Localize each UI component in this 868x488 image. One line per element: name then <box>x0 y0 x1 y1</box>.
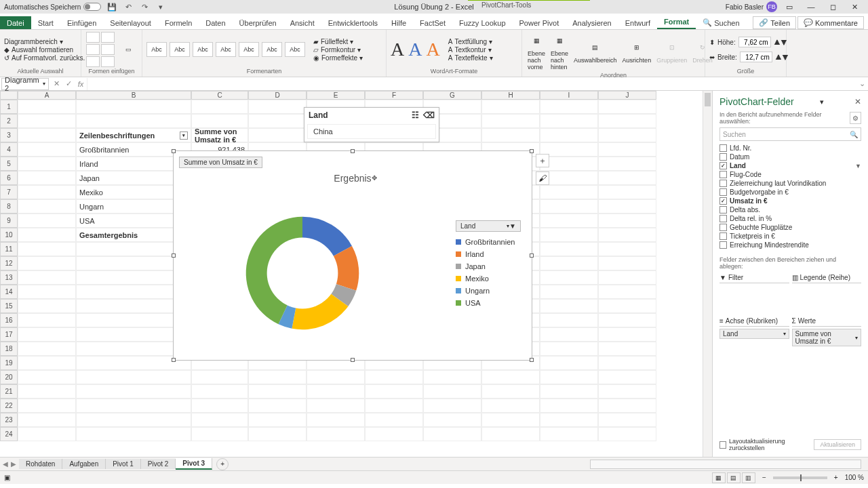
field-item[interactable]: Flug-Code <box>719 170 861 179</box>
cell[interactable]: Summe von Umsatz in € <box>191 128 248 142</box>
tab-factset[interactable]: FactSet <box>413 16 452 29</box>
cell[interactable] <box>598 185 656 199</box>
column-header[interactable]: C <box>191 91 248 100</box>
cell[interactable] <box>598 128 656 142</box>
row-header[interactable]: 6 <box>0 171 18 185</box>
cell[interactable] <box>540 370 598 384</box>
cell[interactable] <box>481 114 540 128</box>
align-button[interactable]: ⊞Ausrichten <box>621 38 653 65</box>
cell[interactable] <box>307 384 365 399</box>
row-header[interactable]: 19 <box>0 356 18 370</box>
comments-button[interactable]: 💬Kommentare <box>797 16 864 29</box>
cell[interactable] <box>540 342 598 356</box>
prev-sheet-icon[interactable]: ◀ <box>3 460 8 468</box>
cell[interactable] <box>598 142 656 157</box>
cell[interactable] <box>598 342 656 356</box>
tab-fuzzy[interactable]: Fuzzy Lookup <box>452 16 512 29</box>
values-drop-area[interactable]: Summe von Umsatz in €▾ <box>792 329 862 359</box>
cell[interactable] <box>598 427 656 441</box>
row-header[interactable]: 1 <box>0 100 18 114</box>
cell[interactable] <box>598 242 656 256</box>
cell[interactable] <box>540 384 598 399</box>
multi-select-icon[interactable]: ☷ <box>412 110 419 120</box>
cell[interactable] <box>191 413 248 427</box>
cell[interactable] <box>540 285 598 299</box>
column-header[interactable]: F <box>365 91 423 100</box>
field-item[interactable]: Lfd. Nr. <box>719 144 861 152</box>
user-name[interactable]: Fabio Basler <box>726 3 764 11</box>
shape-styles-gallery[interactable]: Abc Abc Abc Abc Abc Abc Abc <box>146 42 305 57</box>
row-header[interactable]: 7 <box>0 185 18 199</box>
cell[interactable] <box>598 370 656 384</box>
cell[interactable] <box>18 128 76 142</box>
chart-value-field-button[interactable]: Summe von Umsatz in € <box>179 157 262 168</box>
style-preset[interactable]: Abc <box>239 42 259 57</box>
tab-entwicklertools[interactable]: Entwicklertools <box>321 16 384 29</box>
cell[interactable] <box>18 370 76 384</box>
tab-seitenlayout[interactable]: Seitenlayout <box>103 16 158 29</box>
cell[interactable] <box>481 384 540 399</box>
bring-forward-button[interactable]: ▦Ebene nach vorne <box>526 31 547 72</box>
sheet-tab[interactable]: Aufgaben <box>62 459 106 469</box>
cell[interactable] <box>598 114 656 128</box>
cell[interactable] <box>18 285 76 299</box>
height-input[interactable] <box>738 37 771 47</box>
legend-drop-area[interactable] <box>792 283 862 313</box>
cell[interactable] <box>598 157 656 171</box>
cell[interactable] <box>598 413 656 427</box>
cell[interactable] <box>598 327 656 342</box>
cell[interactable] <box>18 270 76 285</box>
cell[interactable] <box>540 242 598 256</box>
legend-field-button[interactable]: Land▾▼ <box>456 220 521 232</box>
close-icon[interactable]: ✕ <box>845 1 864 13</box>
reset-style-button[interactable]: ↺Auf Formatvorl. zurücks. <box>4 54 85 62</box>
tab-ueberpruefen[interactable]: Überprüfen <box>233 16 283 29</box>
cell[interactable] <box>18 384 76 399</box>
zoom-slider[interactable] <box>773 476 827 479</box>
chart-legend[interactable]: Land▾▼ GroßbritannienIrlandJapanMexikoUn… <box>456 220 521 309</box>
cell[interactable] <box>248 370 307 384</box>
cell[interactable] <box>481 427 540 441</box>
cell[interactable] <box>248 128 307 142</box>
sheet-tab[interactable]: Rohdaten <box>19 459 62 469</box>
cell[interactable] <box>540 199 598 214</box>
cell[interactable] <box>307 427 365 441</box>
cell[interactable] <box>18 327 76 342</box>
cell[interactable] <box>598 199 656 214</box>
legend-item[interactable]: Ungarn <box>456 285 521 297</box>
cell[interactable] <box>18 199 76 214</box>
field-item[interactable]: Gebuchte Flugplätze <box>719 223 861 232</box>
cell[interactable] <box>76 370 191 384</box>
row-header[interactable]: 22 <box>0 399 18 413</box>
cell[interactable] <box>423 370 481 384</box>
selection-pane-button[interactable]: ▤Auswahlbereich <box>572 38 618 65</box>
tab-formeln[interactable]: Formeln <box>158 16 199 29</box>
legend-item[interactable]: Irland <box>456 248 521 260</box>
style-preset[interactable]: Abc <box>146 42 167 57</box>
cell[interactable] <box>598 228 656 242</box>
cell[interactable] <box>598 384 656 399</box>
tab-format[interactable]: Format <box>657 15 696 29</box>
minimize-icon[interactable]: — <box>802 1 821 13</box>
record-macro-icon[interactable]: ▣ <box>4 474 10 481</box>
row-header[interactable]: 2 <box>0 114 18 128</box>
tab-file[interactable]: Datei <box>0 16 31 29</box>
horizontal-scrollbar[interactable] <box>590 460 861 469</box>
cell[interactable] <box>18 142 76 157</box>
page-layout-view-button[interactable]: ▤ <box>727 472 741 483</box>
cell[interactable] <box>598 256 656 270</box>
normal-view-button[interactable]: ▦ <box>712 472 726 483</box>
close-pane-icon[interactable]: ✕ <box>854 97 861 106</box>
legend-item[interactable]: Japan <box>456 260 521 272</box>
gear-icon[interactable]: ⚙ <box>850 112 861 124</box>
row-header[interactable]: 9 <box>0 214 18 228</box>
shape-effects-button[interactable]: ◉Formeffekte▾ <box>313 54 363 62</box>
tab-analysieren[interactable]: Analysieren <box>566 16 618 29</box>
cell[interactable] <box>598 313 656 327</box>
donut-chart[interactable] <box>228 199 377 348</box>
chart-styles-button[interactable]: 🖌 <box>536 171 549 185</box>
tab-ansicht[interactable]: Ansicht <box>283 16 321 29</box>
legend-item[interactable]: Mexiko <box>456 272 521 285</box>
row-header[interactable]: 15 <box>0 299 18 313</box>
worksheet[interactable]: ABCDEFGHIJ123Zeilenbeschriftungen▾Summe … <box>0 91 712 457</box>
